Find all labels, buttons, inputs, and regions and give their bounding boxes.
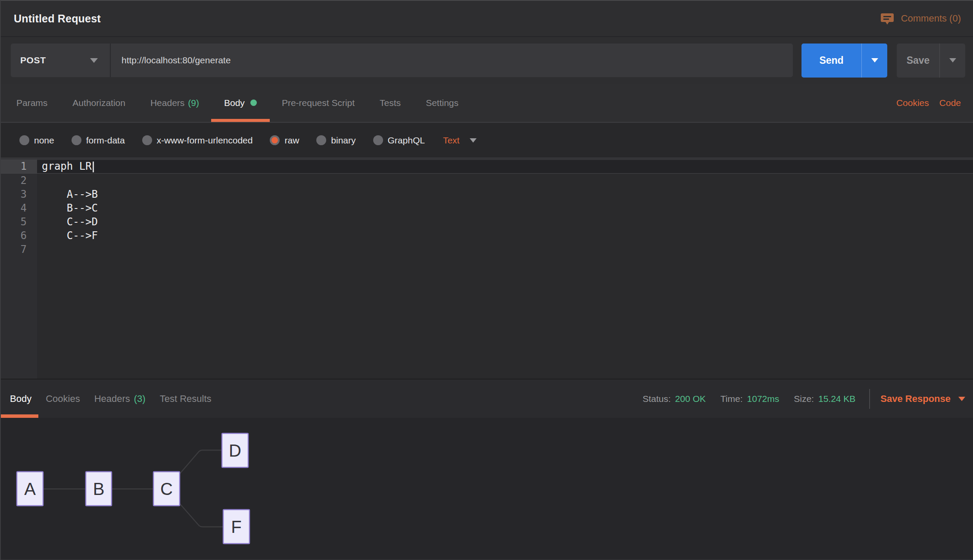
- time-badge: Time: 1072ms: [720, 394, 779, 404]
- line-number: 4: [1, 201, 37, 215]
- tab-tests-label: Tests: [380, 98, 401, 108]
- response-header: Body Cookies Headers (3) Test Results St…: [1, 379, 973, 418]
- editor-line[interactable]: 6 C-->F: [1, 229, 973, 243]
- code-text: B-->C: [37, 201, 973, 215]
- body-type-none[interactable]: none: [19, 135, 54, 146]
- status-badge: Status: 200 OK: [642, 394, 706, 404]
- graph-node-f[interactable]: F: [223, 510, 249, 544]
- save-response-button[interactable]: Save Response: [880, 393, 965, 404]
- cookies-link[interactable]: Cookies: [896, 98, 929, 108]
- url-input[interactable]: [111, 44, 793, 77]
- radio-button-selected-icon: [270, 135, 280, 145]
- request-header: Untitled Request Comments (0): [1, 1, 973, 37]
- body-type-binary[interactable]: binary: [316, 135, 356, 146]
- graph-node-d[interactable]: D: [222, 433, 248, 467]
- comments-button[interactable]: Comments (0): [880, 12, 961, 25]
- body-type-row: none form-data x-www-form-urlencoded raw…: [1, 123, 973, 159]
- chevron-down-icon: [90, 58, 98, 63]
- editor-line[interactable]: 1 graph LR: [1, 159, 973, 174]
- radio-button-icon: [316, 135, 326, 145]
- size-label: Size:: [794, 394, 814, 404]
- tab-params[interactable]: Params: [16, 84, 47, 122]
- graph-node-f-label: F: [231, 517, 241, 536]
- body-type-urlencoded[interactable]: x-www-form-urlencoded: [142, 135, 253, 146]
- body-type-raw[interactable]: raw: [270, 135, 299, 146]
- comment-icon: [880, 12, 894, 25]
- headers-count-badge: (9): [188, 98, 199, 108]
- time-label: Time:: [720, 394, 743, 404]
- tab-settings[interactable]: Settings: [426, 84, 458, 122]
- line-number: 3: [1, 187, 37, 201]
- save-options-button[interactable]: [939, 44, 965, 78]
- tab-body[interactable]: Body: [224, 84, 257, 122]
- time-value: 1072ms: [747, 394, 780, 404]
- response-meta: Status: 200 OK Time: 1072ms Size: 15.24 …: [628, 380, 965, 418]
- tab-authorization[interactable]: Authorization: [72, 84, 125, 122]
- page-title: Untitled Request: [14, 12, 101, 25]
- method-label: POST: [20, 55, 46, 65]
- status-label: Status:: [642, 394, 670, 404]
- tab-response-body[interactable]: Body: [3, 380, 38, 418]
- graph-node-b[interactable]: B: [86, 472, 112, 506]
- request-tabs: Params Authorization Headers (9) Body Pr…: [1, 84, 973, 123]
- graph-node-a[interactable]: A: [17, 472, 43, 506]
- vertical-divider: [869, 389, 870, 409]
- line-number: 2: [1, 174, 37, 187]
- save-button[interactable]: Save: [897, 44, 939, 78]
- request-bar: POST Send Save: [1, 37, 973, 84]
- text-cursor: [93, 162, 94, 172]
- tab-authorization-label: Authorization: [72, 98, 125, 108]
- body-type-none-label: none: [34, 135, 54, 146]
- url-box: POST: [11, 44, 793, 77]
- request-body-editor[interactable]: 1 graph LR 2 3 A-->B 4 B-->C 5 C-->D 6 C…: [1, 159, 973, 379]
- tabs-right-links: Cookies Code: [896, 84, 961, 122]
- body-modified-dot: [250, 100, 257, 106]
- body-type-graphql-label: GraphQL: [388, 135, 425, 146]
- app-window: Untitled Request Comments (0) POST Send: [0, 0, 973, 560]
- send-button[interactable]: Send: [801, 44, 861, 78]
- code-text: [37, 243, 973, 256]
- radio-button-icon: [142, 135, 152, 145]
- line-number: 6: [1, 229, 37, 243]
- graph-node-a-label: A: [24, 479, 36, 498]
- editor-line[interactable]: 5 C-->D: [1, 215, 973, 229]
- size-badge: Size: 15.24 KB: [794, 394, 855, 404]
- code-link[interactable]: Code: [939, 98, 961, 108]
- line-number: 1: [1, 160, 37, 173]
- edge-c-d: [180, 450, 222, 474]
- send-options-button[interactable]: [861, 44, 887, 78]
- radio-button-icon: [19, 135, 29, 145]
- tab-body-label: Body: [224, 98, 245, 108]
- send-button-group: Send: [801, 44, 887, 78]
- radio-button-icon: [72, 135, 81, 145]
- editor-line[interactable]: 7: [1, 243, 973, 256]
- tab-tests[interactable]: Tests: [380, 84, 401, 122]
- body-type-raw-label: raw: [284, 135, 299, 146]
- editor-line[interactable]: 4 B-->C: [1, 201, 973, 215]
- body-type-form-data[interactable]: form-data: [72, 135, 125, 146]
- tab-params-label: Params: [16, 98, 47, 108]
- body-type-urlencoded-label: x-www-form-urlencoded: [157, 135, 253, 146]
- graph-node-d-label: D: [229, 441, 241, 460]
- editor-line[interactable]: 2: [1, 174, 973, 187]
- format-select-value: Text: [443, 135, 460, 146]
- tab-response-body-label: Body: [10, 393, 31, 404]
- code-text: C-->D: [37, 215, 973, 229]
- format-select[interactable]: Text: [443, 135, 477, 146]
- graph-node-c-label: C: [160, 479, 173, 498]
- graph-node-c[interactable]: C: [153, 472, 180, 506]
- tab-response-headers-label: Headers: [94, 393, 130, 404]
- save-response-label: Save Response: [880, 393, 951, 404]
- body-type-graphql[interactable]: GraphQL: [373, 135, 425, 146]
- method-select[interactable]: POST: [11, 44, 111, 77]
- tab-pre-request-label: Pre-request Script: [282, 98, 355, 108]
- tab-headers[interactable]: Headers (9): [150, 84, 199, 122]
- tab-pre-request-script[interactable]: Pre-request Script: [282, 84, 355, 122]
- code-text: C-->F: [37, 229, 973, 243]
- code-text: graph LR: [42, 160, 92, 172]
- tab-test-results[interactable]: Test Results: [153, 380, 218, 418]
- tab-response-headers[interactable]: Headers (3): [88, 380, 152, 418]
- tab-response-cookies-label: Cookies: [46, 393, 80, 404]
- tab-response-cookies[interactable]: Cookies: [39, 380, 86, 418]
- editor-line[interactable]: 3 A-->B: [1, 187, 973, 201]
